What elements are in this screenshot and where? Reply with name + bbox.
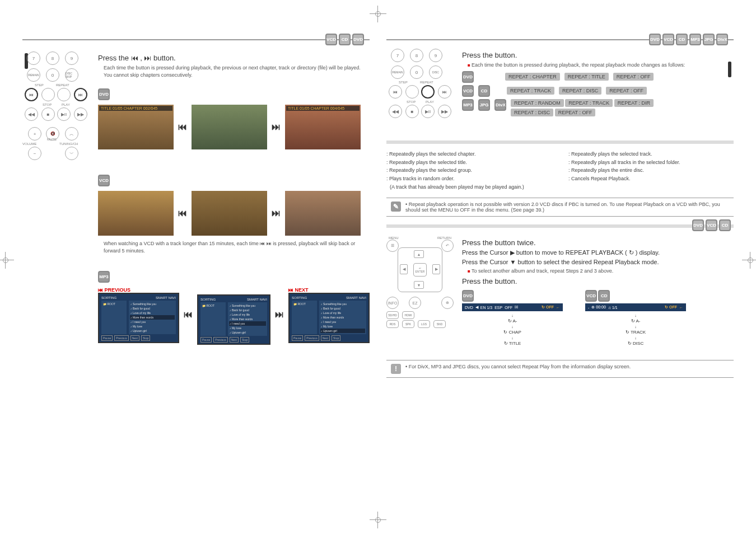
definitions-grid: : Repeatedly plays the selected chapter.… xyxy=(386,149,734,192)
note-box: ✎ • Repeat playback operation is not pos… xyxy=(386,198,734,217)
format-icon: DVD xyxy=(692,219,704,231)
registration-mark xyxy=(0,252,14,269)
step-1-title: Press the button twice. xyxy=(462,238,734,247)
prev-arrow-icon: ⏮ xyxy=(184,310,193,320)
repeat-diagram-cd: VCD CD - ⊕ 00:00 ♫ 1/1 ↻ OFF ← ↓ ↻ A- ↓ … xyxy=(585,290,686,346)
repeat-label: REPEAT : TITLE xyxy=(564,73,609,81)
divider: DVD VCD CD MP3 JPG DivX xyxy=(386,39,734,40)
repeat-label: REPEAT : OFF xyxy=(613,73,654,81)
file-browser-prev: SORTINGSMART NAVI 📁 ROOT ♪ Something lik… xyxy=(98,293,179,343)
right-page: DVD VCD CD MP3 JPG DivX 7 8 9 REMAIN 0 D… xyxy=(386,39,734,498)
repeat-label: REPEAT : DISC xyxy=(559,87,601,95)
prev-button[interactable]: ⏮ xyxy=(25,88,38,101)
thumbnail-anim-2 xyxy=(192,191,267,236)
format-icon: VCD xyxy=(462,85,474,97)
format-icon: DVD xyxy=(352,34,364,45)
fb-prev-label: ⏮ PREVIOUS xyxy=(98,287,179,293)
left-page: VCD CD DVD 7 8 9 REMAIN 0 DISC SKIP STEP… xyxy=(22,39,370,498)
cursor-down[interactable]: ▼ xyxy=(414,281,424,289)
fb-next-label: ⏭ NEXT xyxy=(288,287,370,293)
skip-desc-1: Each time the button is pressed during p… xyxy=(104,64,370,72)
skip-title: Press the ⏮ , ⏭ button. xyxy=(98,54,370,62)
repeat-label: REPEAT : TRACK xyxy=(565,99,613,107)
format-icon: DivX xyxy=(494,99,506,111)
step-4-title: Press the button. xyxy=(462,277,734,285)
format-icon: DVD xyxy=(462,290,474,302)
next-arrow-icon: ⏭ xyxy=(272,208,281,218)
format-icon: CD xyxy=(339,34,351,45)
repeat-step-title: Press the button. xyxy=(462,51,734,59)
thumbnail-anim-1 xyxy=(98,191,174,236)
repeat-label: REPEAT : TRACK xyxy=(507,87,554,95)
cursor-up[interactable]: ▲ xyxy=(414,250,424,258)
format-icon: MP3 xyxy=(98,271,110,283)
info-button[interactable]: INFO xyxy=(386,297,399,309)
repeat-label: REPEAT : OFF xyxy=(555,109,596,116)
enter-button[interactable]: ↵ENTER xyxy=(413,263,427,277)
caution-icon: ! xyxy=(391,364,401,374)
skip-desc-2: You cannot skip chapters consecutively. xyxy=(104,72,370,79)
registration-mark xyxy=(370,512,386,528)
remote-diagram: 7 8 9 REMAIN 0 DISC STEP REPEAT ⏮ ⏭ STOP… xyxy=(386,49,454,133)
format-icon: JPG xyxy=(478,99,490,111)
caution-box: ! • For DivX, MP3 and JPEG discs, you ca… xyxy=(386,360,734,378)
format-icon: DivX xyxy=(716,34,728,45)
format-icon: DVD xyxy=(462,71,474,83)
format-icon: MP3 xyxy=(462,99,474,111)
format-icon: VCD xyxy=(662,34,674,45)
prev-arrow-icon: ⏮ xyxy=(178,122,187,132)
next-arrow-icon: ⏭ xyxy=(272,122,281,132)
prev-arrow-icon: ⏮ xyxy=(178,208,187,218)
repeat-diagram-dvd: DVD DVD ◀ EN 1/3 ESP OFF ☒ ↻ OFF ← ↓ ↻ A… xyxy=(462,290,563,346)
section-divider xyxy=(386,140,734,144)
step-2-title: Press the Cursor ▶ button to move to REP… xyxy=(462,249,734,256)
cursor-right[interactable]: ▶ xyxy=(432,264,440,274)
format-icon: CD xyxy=(676,34,688,45)
section-divider: DVD VCD CD xyxy=(386,224,734,228)
repeat-label: REPEAT : DISC xyxy=(511,109,553,116)
thumbnail-current xyxy=(192,105,267,149)
thumbnail-next: TITLE 01/05 CHAPTER 004/045 xyxy=(285,105,361,149)
thumbnail-anim-3 xyxy=(285,191,361,236)
cursor-pad-diagram: MENU RETURN ☰ ↶ ▲ ▼ ◀ ▶ ↵ENTER INFO EZ ⊕… xyxy=(386,236,454,315)
format-icon: CD xyxy=(719,219,731,231)
note-icon: ✎ xyxy=(391,202,401,212)
format-icon: VCD xyxy=(585,290,597,302)
format-icon: JPG xyxy=(703,34,715,45)
repeat-label: REPEAT : DIR xyxy=(614,99,654,107)
divider: VCD CD DVD xyxy=(22,39,370,40)
format-icon: CD xyxy=(598,290,610,302)
format-icon: MP3 xyxy=(689,34,701,45)
format-icon: DVD xyxy=(98,88,110,100)
step-3-title: Press the Cursor ▼ button to select the … xyxy=(462,259,734,265)
repeat-label: REPEAT : OFF xyxy=(606,87,647,95)
format-icon: VCD xyxy=(706,219,717,231)
format-icon: CD xyxy=(478,85,490,97)
file-browser-next: SORTINGSMART NAVI 📁 ROOT ♪ Something lik… xyxy=(288,293,370,343)
repeat-label: REPEAT : CHAPTER xyxy=(505,73,560,81)
step-3-sub: To select another album and track, repea… xyxy=(468,268,734,275)
repeat-desc: Each time the button is pressed during p… xyxy=(468,62,734,69)
registration-mark xyxy=(370,6,386,22)
registration-mark xyxy=(742,252,756,269)
format-icon: VCD xyxy=(325,34,337,45)
cursor-left[interactable]: ◀ xyxy=(400,264,408,274)
file-browser-current: SORTINGSMART NAVI 📁 ROOT ♪ Something lik… xyxy=(197,294,270,345)
vcd-note: When watching a VCD with a track longer … xyxy=(104,240,370,254)
repeat-button[interactable] xyxy=(421,85,435,99)
next-arrow-icon: ⏭ xyxy=(275,310,284,320)
thumbnail-prev: TITLE 01/05 CHAPTER 002/045 xyxy=(98,105,174,149)
format-icon: VCD xyxy=(98,175,110,186)
next-button[interactable]: ⏭ xyxy=(74,88,87,101)
remote-diagram: 7 8 9 REMAIN 0 DISC SKIP STEP REPEAT ⏮ ⏭… xyxy=(22,51,90,158)
format-icon: DVD xyxy=(649,34,661,45)
repeat-label: REPEAT : RANDOM xyxy=(511,99,564,107)
